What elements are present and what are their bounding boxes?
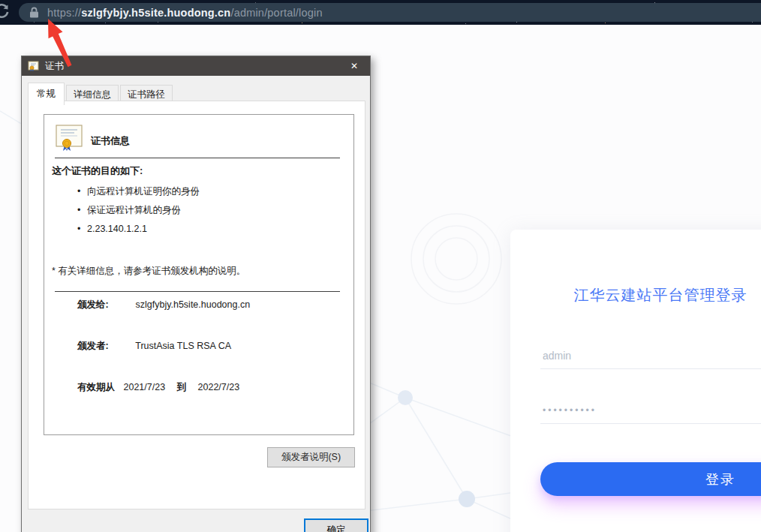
- ok-button[interactable]: 确定: [304, 518, 368, 532]
- issued-to-label: 颁发给:: [77, 299, 133, 311]
- issued-by-label: 颁发者:: [77, 340, 133, 353]
- validity-row: 有效期从 2021/7/23 到 2022/7/23: [77, 381, 239, 394]
- certificate-dialog: 证书 ✕ 常规 详细信息 证书路径 证书信息: [21, 56, 371, 532]
- purpose-item: 保证远程计算机的身份: [77, 201, 200, 220]
- username-field-wrapper: [540, 342, 761, 369]
- tab-page-general: 证书信息 这个证书的目的如下: 向远程计算机证明你的身份 保证远程计算机的身份 …: [28, 101, 365, 509]
- login-title: 江华云建站平台管理登录: [510, 285, 761, 305]
- password-input[interactable]: [540, 397, 761, 424]
- login-button[interactable]: 登录: [540, 462, 761, 496]
- issued-to-value: szlgfybjy.h5site.huodong.cn: [135, 299, 250, 310]
- username-input[interactable]: [540, 342, 761, 369]
- validity-label: 有效期从: [77, 382, 115, 392]
- issued-to-row: 颁发给: szlgfybjy.h5site.huodong.cn: [77, 299, 250, 311]
- issuer-reference-note: * 有关详细信息，请参考证书颁发机构的说明。: [52, 265, 245, 278]
- certificate-info-title: 证书信息: [91, 134, 130, 148]
- issued-by-row: 颁发者: TrustAsia TLS RSA CA: [77, 340, 231, 353]
- browser-address-bar: https://szlgfybjy.h5site.huodong.cn/admi…: [0, 0, 761, 25]
- certificate-icon: [55, 125, 85, 152]
- url-domain: szlgfybjy.h5site.huodong.cn: [81, 7, 230, 19]
- password-field-wrapper: [540, 397, 761, 424]
- red-annotation-arrow: [0, 0, 98, 90]
- purpose-heading: 这个证书的目的如下:: [52, 164, 143, 178]
- divider: [55, 158, 340, 158]
- divider: [55, 291, 340, 292]
- valid-from-date: 2021/7/23: [123, 382, 165, 392]
- login-panel: 江华云建站平台管理登录 登录: [510, 230, 761, 532]
- purpose-list: 向远程计算机证明你的身份 保证远程计算机的身份 2.23.140.1.2.1: [77, 182, 200, 239]
- url-field[interactable]: https://szlgfybjy.h5site.huodong.cn/admi…: [19, 3, 761, 22]
- certificate-info-box: 证书信息 这个证书的目的如下: 向远程计算机证明你的身份 保证远程计算机的身份 …: [44, 114, 354, 435]
- close-icon[interactable]: ✕: [338, 56, 370, 76]
- valid-to-date: 2022/7/23: [198, 382, 240, 392]
- purpose-item: 2.23.140.1.2.1: [77, 220, 200, 239]
- url-path: /admin/portal/login: [230, 7, 322, 19]
- screen: 江华云建站平台管理登录 登录 证书 ✕ 常规 详细信息 证书路径: [0, 0, 761, 532]
- purpose-item: 向远程计算机证明你的身份: [77, 182, 200, 201]
- issued-by-value: TrustAsia TLS RSA CA: [135, 341, 231, 351]
- valid-to-label: 到: [177, 382, 187, 392]
- issuer-statement-button[interactable]: 颁发者说明(S): [267, 447, 355, 467]
